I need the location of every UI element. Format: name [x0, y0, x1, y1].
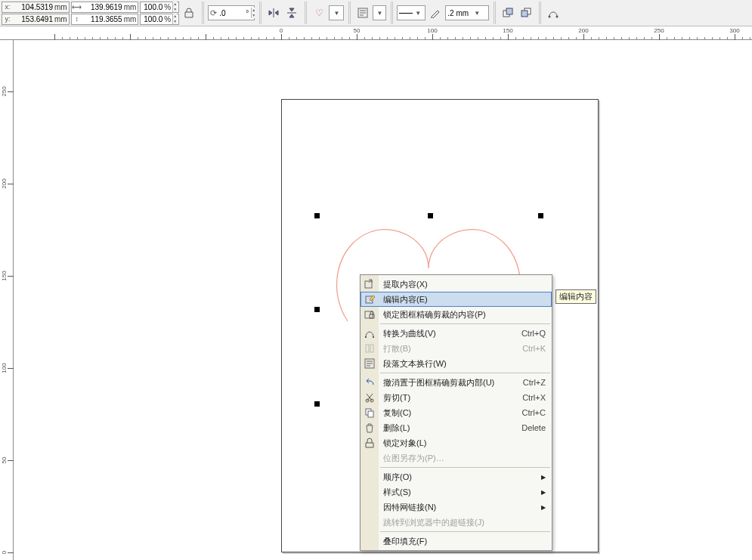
scale-y-input[interactable]	[141, 15, 162, 23]
context-menu-item[interactable]: 提取内容(X)	[361, 277, 552, 292]
separator	[348, 2, 351, 24]
svg-point-6	[556, 16, 559, 18]
context-menu-label: 样式(S)	[383, 487, 537, 498]
canvas[interactable]: 提取内容(X)编辑内容(E)锁定图框精确剪裁的内容(P)转换为曲线(V)Ctrl…	[14, 40, 752, 560]
height-icon: ↕	[73, 14, 82, 23]
sel-handle-tm[interactable]	[428, 213, 433, 218]
y-icon: y:	[3, 14, 12, 23]
context-menu-label: 顺序(O)	[383, 472, 537, 483]
pos-x-input[interactable]	[14, 3, 53, 11]
context-menu-label: 复制(C)	[383, 407, 518, 419]
delete-icon	[363, 421, 376, 435]
mirror-v-button[interactable]	[283, 5, 300, 21]
wrap-text-button[interactable]	[354, 5, 371, 21]
lock-ratio-button[interactable]	[181, 5, 197, 21]
rotation-icon: ⟳	[210, 8, 217, 18]
context-menu-item[interactable]: 复制(C)Ctrl+C	[361, 405, 552, 420]
scale-x-input[interactable]	[141, 3, 162, 11]
context-menu-label: 跳转到浏览器中的超链接(J)	[383, 517, 546, 528]
to-front-button[interactable]	[500, 5, 516, 21]
outline-width-input[interactable]	[447, 9, 472, 17]
edit-icon	[364, 292, 377, 306]
ruler-horizontal[interactable]: 050100150200250300	[0, 26, 752, 40]
sel-handle-bl[interactable]	[314, 401, 320, 407]
context-menu-item: 位图另存为(P)…	[361, 450, 552, 466]
context-menu-shortcut: Ctrl+K	[522, 344, 546, 353]
mirror-h-button[interactable]	[265, 5, 282, 21]
sel-handle-tl[interactable]	[314, 213, 320, 218]
cut-icon	[363, 391, 376, 404]
context-menu-item[interactable]: 撤消置于图框精确剪裁内部(U)Ctrl+Z	[361, 375, 552, 390]
undo-icon	[363, 376, 376, 389]
context-menu-shortcut: Ctrl+Z	[523, 378, 546, 387]
pos-x-field[interactable]: x: mm	[2, 2, 70, 13]
wrap-icon	[357, 8, 368, 18]
context-menu-item[interactable]: 叠印填充(F)	[361, 534, 552, 549]
lockclip-icon	[363, 308, 376, 321]
context-menu-item[interactable]: 编辑内容(E)	[361, 292, 552, 307]
convert-curves-button[interactable]	[545, 5, 562, 21]
size-fields: ⟷ mm ↕ mm	[71, 2, 139, 25]
property-bar: x: mm y: mm ⟷ mm ↕ mm % ▲▼ %	[0, 0, 752, 26]
context-menu-label: 因特网链接(N)	[383, 502, 537, 513]
rotation-deg: °	[246, 9, 249, 17]
svg-point-5	[549, 16, 551, 18]
context-menu-label: 打散(B)	[383, 343, 518, 354]
sel-handle-ml[interactable]	[314, 307, 320, 312]
shape-dropdown[interactable]: ▼	[329, 5, 344, 20]
context-menu-label: 位图另存为(P)…	[383, 453, 546, 464]
mirror-h-icon	[268, 8, 279, 18]
outline-width-field[interactable]: ▼	[445, 5, 489, 20]
context-menu-item: 打散(B)Ctrl+K	[361, 341, 552, 356]
rotation-field[interactable]: ⟳ ° ▲▼	[208, 5, 255, 20]
context-menu-item[interactable]: 样式(S)▶	[361, 484, 552, 500]
context-menu-separator	[380, 531, 550, 532]
context-menu-item[interactable]: 因特网链接(N)▶	[361, 500, 552, 515]
tooltip: 编辑内容	[555, 289, 596, 304]
rotation-spinner[interactable]: ▲▼	[251, 8, 255, 18]
pos-y-input[interactable]	[14, 15, 53, 23]
context-menu-shortcut: Ctrl+Q	[521, 329, 546, 338]
shape-edit-button[interactable]: ♡	[311, 5, 327, 21]
context-menu-item[interactable]: 删除(L)Delete	[361, 420, 552, 435]
context-menu-label: 锁定对象(L)	[383, 438, 546, 449]
context-menu-item[interactable]: 锁定图框精确剪裁的内容(P)	[361, 307, 552, 322]
scale-x-field[interactable]: % ▲▼	[140, 2, 179, 13]
height-field[interactable]: ↕ mm	[71, 14, 139, 25]
svg-rect-2	[506, 8, 512, 14]
context-menu-label: 撤消置于图框精确剪裁内部(U)	[383, 377, 518, 388]
context-menu-label: 段落文本换行(W)	[383, 358, 546, 370]
separator	[538, 2, 541, 24]
outline-width-icon-button[interactable]	[427, 5, 444, 21]
scale-x-pct: %	[164, 3, 171, 11]
hairline-icon	[399, 13, 413, 14]
ruler-vertical[interactable]: 050100150200250	[0, 40, 14, 560]
separator	[390, 2, 393, 24]
scale-y-spinner[interactable]: ▲▼	[172, 14, 177, 24]
context-menu-item[interactable]: 顺序(O)▶	[361, 469, 552, 484]
height-unit: mm	[124, 15, 137, 23]
context-menu-label: 提取内容(X)	[383, 279, 546, 290]
scale-y-field[interactable]: % ▲▼	[140, 14, 179, 25]
context-menu-shortcut: Delete	[521, 423, 546, 432]
outline-style-field[interactable]: ▼	[397, 5, 426, 20]
svg-rect-11	[373, 336, 374, 338]
svg-rect-10	[365, 336, 367, 338]
context-menu-item[interactable]: 剪切(T)Ctrl+X	[361, 390, 552, 405]
pos-y-field[interactable]: y: mm	[2, 14, 70, 25]
scale-fields: % ▲▼ % ▲▼	[140, 2, 179, 25]
to-back-button[interactable]	[518, 5, 534, 21]
wrap-dropdown[interactable]: ▼	[373, 5, 386, 20]
context-menu-item[interactable]: 段落文本换行(W)	[361, 356, 552, 371]
height-input[interactable]	[83, 15, 122, 23]
lock-icon	[184, 8, 193, 18]
sel-handle-tr[interactable]	[538, 213, 543, 218]
wrap-icon	[363, 357, 376, 370]
rotation-input[interactable]	[219, 9, 243, 17]
context-menu-item[interactable]: 转换为曲线(V)Ctrl+Q	[361, 326, 552, 341]
width-input[interactable]	[83, 3, 122, 11]
width-field[interactable]: ⟷ mm	[71, 2, 139, 13]
context-menu-item[interactable]: 锁定对象(L)	[361, 435, 552, 450]
scale-y-pct: %	[164, 15, 171, 23]
scale-x-spinner[interactable]: ▲▼	[172, 2, 177, 12]
